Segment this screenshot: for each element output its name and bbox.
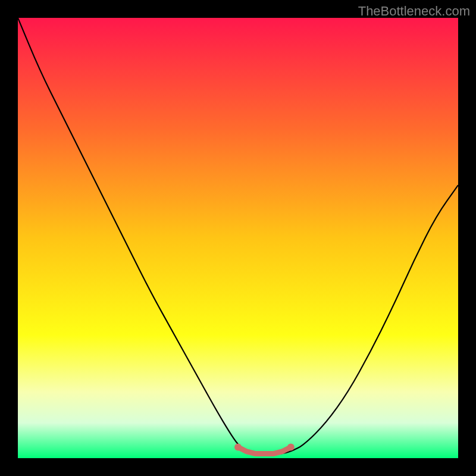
- svg-point-0: [234, 444, 242, 451]
- gradient-background: [18, 18, 458, 458]
- svg-point-1: [287, 444, 295, 451]
- watermark-text: TheBottleneck.com: [358, 4, 470, 19]
- chart-container: [18, 18, 458, 458]
- bottleneck-chart: [18, 18, 458, 458]
